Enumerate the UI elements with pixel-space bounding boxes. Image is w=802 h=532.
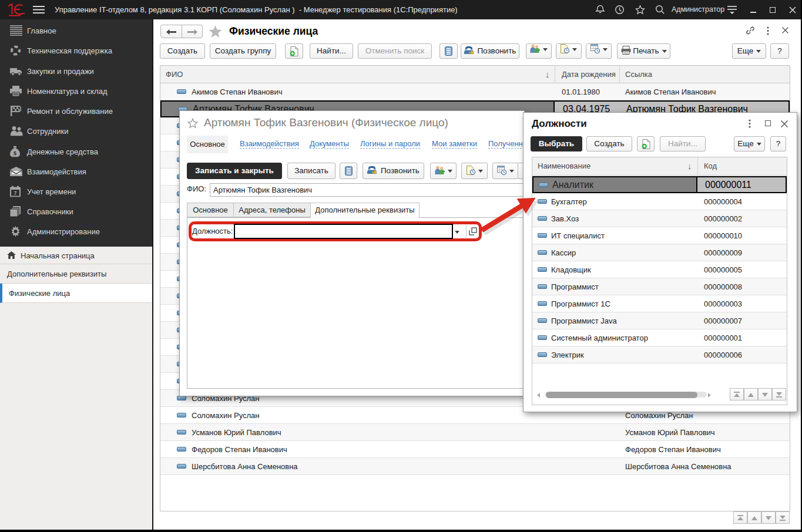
svg-text:7: 7 [14, 190, 16, 196]
svg-text:$: $ [14, 150, 16, 156]
